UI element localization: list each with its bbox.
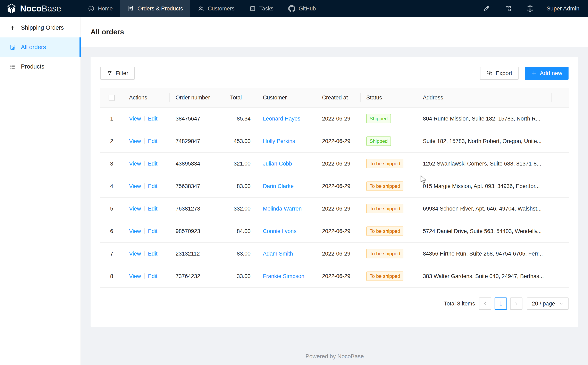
edit-link[interactable]: Edit xyxy=(148,206,158,212)
filler-cell xyxy=(551,242,569,265)
order-number-cell: 74829847 xyxy=(169,130,224,152)
nav-item-github[interactable]: GitHub xyxy=(281,0,323,17)
edit-link[interactable]: Edit xyxy=(148,161,158,167)
row-actions: ViewEdit xyxy=(123,265,169,288)
column-header-actions: Actions xyxy=(123,88,169,107)
edit-link[interactable]: Edit xyxy=(148,116,158,122)
settings-gear-icon[interactable] xyxy=(519,5,541,12)
github-icon xyxy=(288,5,295,12)
row-index: 8 xyxy=(100,265,123,288)
order-number-cell: 76381273 xyxy=(169,197,224,220)
order-number-cell: 38475647 xyxy=(169,107,224,130)
next-page-button[interactable] xyxy=(510,297,523,310)
filter-button-label: Filter xyxy=(116,70,128,77)
customer-link[interactable]: Leonard Hayes xyxy=(263,116,300,122)
select-all-checkbox[interactable] xyxy=(109,95,115,101)
main-content: All orders Filter xyxy=(81,17,588,365)
table-row: 5ViewEdit76381273332.00Melinda Warren202… xyxy=(100,197,569,220)
add-new-button[interactable]: Add new xyxy=(525,67,568,80)
created-at-cell: 2022-06-29 xyxy=(316,130,360,152)
edit-link[interactable]: Edit xyxy=(148,251,158,257)
address-cell: 84856 Hirthe Run, Suite 268, 94754-6705,… xyxy=(417,242,551,265)
action-divider xyxy=(144,161,145,166)
customer-link[interactable]: Connie Lyons xyxy=(263,228,297,234)
sidebar-item-products[interactable]: Products xyxy=(0,57,80,76)
customer-cell: Melinda Warren xyxy=(257,197,316,220)
total-cell: 83.00 xyxy=(224,175,257,197)
created-at-cell: 2022-06-29 xyxy=(316,197,360,220)
table-row: 6ViewEdit9857092384.00Connie Lyons2022-0… xyxy=(100,220,569,242)
row-actions: ViewEdit xyxy=(123,220,169,242)
customer-link[interactable]: Adam Smith xyxy=(263,251,293,257)
order-number-cell: 75638347 xyxy=(169,175,224,197)
footer-credit: Powered by NocoBase xyxy=(81,353,588,360)
orders-doc-icon xyxy=(127,5,134,12)
edit-link[interactable]: Edit xyxy=(148,273,158,279)
view-link[interactable]: View xyxy=(129,138,141,144)
page-1-button[interactable]: 1 xyxy=(494,297,507,310)
order-number-cell: 23132112 xyxy=(169,242,224,265)
address-cell: 804 Runte Mission, Suite 182, 15783, Nor… xyxy=(417,107,551,130)
ui-editor-pen-icon[interactable] xyxy=(476,5,497,12)
status-badge: To be shipped xyxy=(366,204,403,214)
view-link[interactable]: View xyxy=(129,116,141,122)
customer-link[interactable]: Darin Clarke xyxy=(263,183,294,189)
user-menu[interactable]: Super Admin xyxy=(547,5,579,12)
topbar: NocoBase Home xyxy=(0,0,588,17)
nav-item-customers[interactable]: Customers xyxy=(190,0,242,17)
customer-link[interactable]: Frankie Simpson xyxy=(263,273,305,279)
sidebar-item-shipping-orders[interactable]: Shipping Orders xyxy=(0,18,80,37)
previous-page-button[interactable] xyxy=(479,297,491,310)
edit-link[interactable]: Edit xyxy=(148,183,158,189)
filler-cell xyxy=(551,130,569,152)
edit-link[interactable]: Edit xyxy=(148,228,158,234)
total-cell: 453.00 xyxy=(224,130,257,152)
status-cell: To be shipped xyxy=(360,220,417,242)
customer-cell: Leonard Hayes xyxy=(257,107,316,130)
created-at-cell: 2022-06-29 xyxy=(316,107,360,130)
export-button[interactable]: Export xyxy=(480,67,519,80)
check-square-icon xyxy=(249,5,256,12)
status-cell: Shipped xyxy=(360,130,417,152)
nocobase-logo-icon xyxy=(6,3,17,14)
total-cell: 321.00 xyxy=(224,152,257,175)
table-toolbar: Filter Export xyxy=(100,67,568,80)
brand-logo[interactable]: NocoBase xyxy=(0,0,80,17)
column-header-status: Status xyxy=(360,88,417,107)
customer-cell: Holly Perkins xyxy=(257,130,316,152)
customer-link[interactable]: Holly Perkins xyxy=(263,138,295,144)
edit-link[interactable]: Edit xyxy=(148,138,158,144)
view-link[interactable]: View xyxy=(129,206,141,212)
column-header-address: Address xyxy=(417,88,551,107)
nav-item-home[interactable]: Home xyxy=(80,0,120,17)
address-cell: 383 Walter Gardens, Suite 040, 24947, Be… xyxy=(417,265,551,288)
order-number-cell: 73764232 xyxy=(169,265,224,288)
order-number-cell: 43895834 xyxy=(169,152,224,175)
view-link[interactable]: View xyxy=(129,273,141,279)
sidebar-item-all-orders[interactable]: All orders xyxy=(0,37,80,57)
customer-link[interactable]: Julian Cobb xyxy=(263,161,292,167)
sidebar-item-label: Products xyxy=(21,63,44,70)
view-link[interactable]: View xyxy=(129,251,141,257)
status-badge: To be shipped xyxy=(366,272,403,281)
view-link[interactable]: View xyxy=(129,161,141,167)
customer-cell: Darin Clarke xyxy=(257,175,316,197)
view-link[interactable]: View xyxy=(129,228,141,234)
view-link[interactable]: View xyxy=(129,183,141,189)
page-size-select[interactable]: 20 / page xyxy=(527,297,568,310)
created-at-cell: 2022-06-29 xyxy=(316,242,360,265)
nav-item-tasks[interactable]: Tasks xyxy=(242,0,281,17)
total-cell: 84.00 xyxy=(224,220,257,242)
orders-doc-icon xyxy=(9,44,15,50)
row-index: 5 xyxy=(100,197,123,220)
nav-item-orders-products[interactable]: Orders & Products xyxy=(120,0,190,17)
filter-button[interactable]: Filter xyxy=(100,67,135,80)
nav-label: Tasks xyxy=(259,6,274,12)
created-at-cell: 2022-06-29 xyxy=(316,220,360,242)
brand-name-light: Base xyxy=(42,4,61,13)
row-index: 4 xyxy=(100,175,123,197)
orders-card: Filter Export xyxy=(91,57,578,327)
total-cell: 332.00 xyxy=(224,197,257,220)
plugin-blocks-icon[interactable] xyxy=(497,5,519,12)
customer-link[interactable]: Melinda Warren xyxy=(263,206,302,212)
